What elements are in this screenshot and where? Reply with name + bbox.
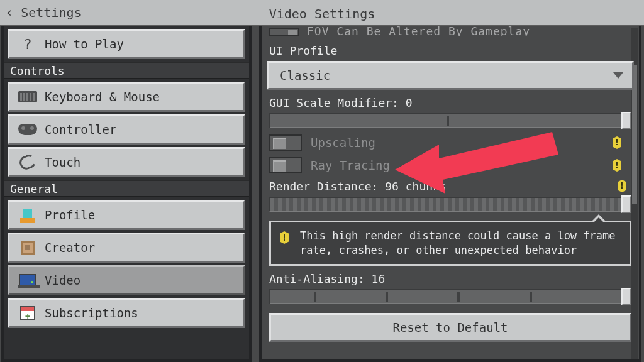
sidebar-item-label: Creator — [45, 241, 95, 255]
sidebar-item-label: Controller — [45, 123, 116, 136]
anti-aliasing-label: Anti-Aliasing: 16 — [269, 272, 631, 285]
sidebar-item-creator[interactable]: Creator — [8, 233, 245, 263]
chevron-left-icon: ‹ — [5, 6, 13, 19]
fov-toggle[interactable] — [269, 28, 299, 36]
sidebar: ? How to Play Controls Keyboard & Mouse … — [1, 26, 252, 362]
ray-tracing-toggle[interactable] — [269, 157, 302, 173]
sidebar-item-label: Touch — [45, 155, 80, 169]
sidebar-section-controls: Controls — [4, 62, 249, 79]
render-distance-label: Render Distance: 96 chunks — [269, 180, 631, 193]
anti-aliasing-slider[interactable] — [269, 289, 631, 304]
sidebar-item-label: How to Play — [45, 37, 124, 51]
render-distance-slider[interactable] — [269, 197, 631, 212]
header-bar: ‹ Settings Video Settings — [0, 0, 644, 26]
warning-text: This high render distance could cause a … — [300, 229, 616, 256]
creator-icon — [18, 241, 37, 255]
fov-toggle-label: FOV Can Be Altered By Gameplay — [307, 26, 530, 36]
sidebar-item-touch[interactable]: Touch — [8, 147, 245, 177]
sidebar-item-video[interactable]: Video — [8, 265, 245, 295]
question-icon: ? — [18, 37, 37, 51]
gui-scale-label: GUI Scale Modifier: 0 — [269, 96, 631, 109]
keyboard-icon — [18, 90, 37, 104]
chevron-down-icon — [613, 72, 623, 79]
sidebar-section-general: General — [4, 180, 249, 197]
sidebar-item-how-to-play[interactable]: ? How to Play — [8, 29, 245, 59]
profile-icon — [18, 208, 37, 222]
cut-off-previous-row: FOV Can Be Altered By Gameplay — [269, 26, 631, 36]
upscaling-toggle[interactable] — [269, 134, 302, 151]
sidebar-item-profile[interactable]: Profile — [8, 200, 245, 230]
monitor-icon — [18, 273, 37, 287]
page-title: Video Settings — [0, 6, 644, 21]
sidebar-item-keyboard[interactable]: Keyboard & Mouse — [8, 82, 245, 112]
upscaling-label: Upscaling — [311, 136, 375, 150]
sidebar-item-controller[interactable]: Controller — [8, 114, 245, 145]
ray-tracing-label: Ray Tracing — [311, 158, 390, 172]
reset-label: Reset to Default — [392, 321, 508, 334]
ui-profile-label: UI Profile — [269, 44, 631, 57]
sidebar-item-label: Keyboard & Mouse — [45, 90, 160, 104]
touch-icon — [18, 155, 37, 169]
sidebar-item-label: Subscriptions — [45, 306, 138, 320]
back-label: Settings — [21, 5, 81, 20]
controller-icon — [18, 123, 37, 136]
slider-thumb[interactable] — [621, 112, 631, 129]
warning-icon — [613, 159, 621, 172]
settings-panel: FOV Can Be Altered By Gameplay UI Profil… — [259, 26, 641, 362]
warning-icon — [613, 136, 621, 149]
reset-to-default-button[interactable]: Reset to Default — [269, 313, 631, 342]
sidebar-item-label: Video — [45, 273, 80, 287]
render-distance-warning: This high render distance could cause a … — [269, 221, 631, 266]
ui-profile-value: Classic — [280, 69, 330, 82]
sidebar-item-subscriptions[interactable]: Subscriptions — [8, 298, 245, 328]
sidebar-item-label: Profile — [45, 208, 95, 222]
slider-thumb[interactable] — [621, 195, 631, 213]
ui-profile-dropdown[interactable]: Classic — [267, 61, 634, 90]
slider-thumb[interactable] — [621, 288, 631, 305]
gui-scale-slider[interactable] — [269, 113, 631, 128]
back-button[interactable]: ‹ Settings — [5, 5, 82, 20]
warning-icon — [618, 180, 626, 192]
calendar-plus-icon — [18, 306, 37, 320]
warning-icon — [280, 231, 289, 244]
